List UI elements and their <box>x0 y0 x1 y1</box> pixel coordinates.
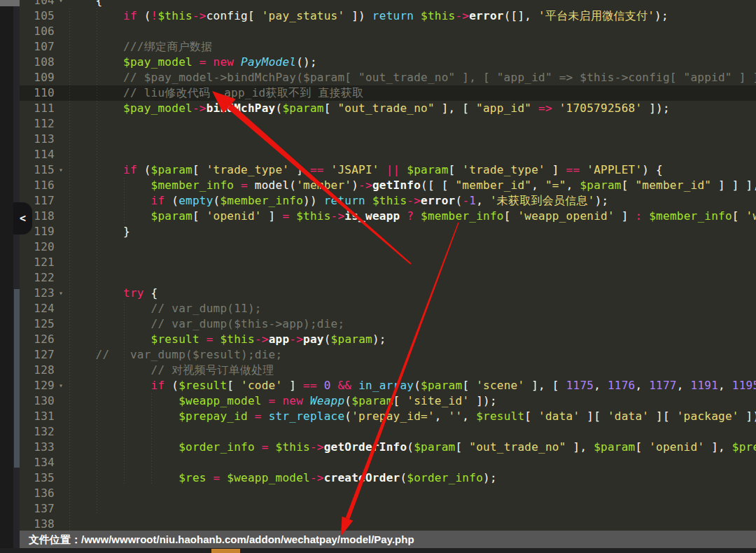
code-line[interactable]: 119 } <box>0 224 756 239</box>
code-text: { <box>68 0 102 8</box>
code-line[interactable]: 129▾ if ($result[ 'code' ] == 0 && in_ar… <box>0 378 756 393</box>
file-location-label: 文件位置： <box>29 533 81 545</box>
code-editor-screen: { "statusbar": { "label": "文件位置：", "path… <box>0 0 756 553</box>
code-lines-container: 104▾ {105 if (!$this->config[ 'pay_statu… <box>0 0 756 532</box>
code-text: $member_info = model('member')->getInfo(… <box>68 178 756 193</box>
code-line[interactable]: 115▾ if ($param[ 'trade_type' ] == 'JSAP… <box>0 162 756 178</box>
window-bottom-edge <box>0 548 756 553</box>
line-number: 111 <box>20 101 55 116</box>
code-text: // var_dump($result);die; <box>68 347 282 363</box>
code-line[interactable]: 120 <box>0 239 756 255</box>
line-number: 133 <box>20 440 55 455</box>
code-text: // $pay_model->bindMchPay($param[ "out_t… <box>68 70 756 85</box>
line-number: 138 <box>20 517 55 532</box>
code-line[interactable]: 106 <box>0 24 756 39</box>
code-line[interactable]: 134 <box>0 455 756 470</box>
code-line[interactable]: 125 // var_dump($this->app);die; <box>0 316 756 332</box>
line-number: 135 <box>20 470 55 486</box>
line-number: 129 <box>20 378 55 393</box>
line-number: 120 <box>20 239 55 255</box>
code-line[interactable]: 123▾ try { <box>0 286 756 301</box>
code-line[interactable]: 127 // var_dump($result);die; <box>0 347 756 363</box>
code-text: if (!$this->config[ 'pay_status' ]) retu… <box>68 8 668 24</box>
code-text: $result = $this->app->pay($param); <box>68 332 386 347</box>
code-line[interactable]: 107 ///绑定商户数据 <box>0 39 756 55</box>
code-line[interactable]: 135 $res = $weapp_model->createOrder($or… <box>0 470 756 486</box>
code-text: $weapp_model = new Weapp($param[ 'site_i… <box>68 393 497 409</box>
line-number: 112 <box>20 116 55 132</box>
line-number: 134 <box>20 455 55 470</box>
code-line[interactable]: 124 // var_dump(11); <box>0 301 756 316</box>
status-bar: 文件位置：/www/wwwroot/niu.haohanb.com/addon/… <box>20 531 756 548</box>
line-number: 109 <box>20 70 55 85</box>
chevron-left-icon: < <box>20 212 26 225</box>
code-line[interactable]: 136 <box>0 486 756 501</box>
code-text: $order_info = $this->getOrderInfo($param… <box>68 440 756 455</box>
code-line[interactable]: 121 <box>0 255 756 270</box>
line-number: 108 <box>20 55 55 70</box>
line-number: 126 <box>20 332 55 347</box>
sidebar-scrollbar-top-cap <box>0 0 20 6</box>
line-number: 131 <box>20 409 55 424</box>
code-line[interactable]: 122 <box>0 270 756 286</box>
code-text: if ($param[ 'trade_type' ] == 'JSAPI' ||… <box>68 162 663 178</box>
code-line[interactable]: 133 $order_info = $this->getOrderInfo($p… <box>0 440 756 455</box>
line-number: 123 <box>20 286 55 301</box>
fold-arrow-icon[interactable]: ▾ <box>59 162 63 178</box>
code-text: if (empty($member_info)) return $this->e… <box>68 193 608 209</box>
code-line[interactable]: 132 <box>0 424 756 440</box>
code-text: try { <box>68 286 158 301</box>
file-location-path: /www/wwwroot/niu.haohanb.com/addon/wecha… <box>81 533 414 545</box>
code-line[interactable]: 117 if (empty($member_info)) return $thi… <box>0 193 756 209</box>
collapsed-file-tree-sidebar <box>0 0 13 548</box>
code-line[interactable]: 109 // $pay_model->bindMchPay($param[ "o… <box>0 70 756 85</box>
code-line[interactable]: 126 $result = $this->app->pay($param); <box>0 332 756 347</box>
code-line[interactable]: 104▾ { <box>0 0 756 8</box>
fold-arrow-icon[interactable]: ▾ <box>59 0 63 8</box>
sidebar-collapse-button[interactable]: < <box>13 202 32 234</box>
line-number: 115 <box>20 162 55 178</box>
line-number: 116 <box>20 178 55 193</box>
code-text: $prepay_id = str_replace('prepay_id=', '… <box>68 409 756 424</box>
code-text: // var_dump($this->app);die; <box>68 316 344 332</box>
code-line[interactable]: 113 <box>0 132 756 147</box>
line-number: 136 <box>20 486 55 501</box>
line-number: 107 <box>20 39 55 55</box>
line-number: 110 <box>20 85 55 101</box>
fold-arrow-icon[interactable]: ▾ <box>59 378 63 393</box>
code-line[interactable]: 114 <box>0 147 756 162</box>
code-line[interactable]: 118 $param[ 'openid' ] = $this->is_weapp… <box>0 209 756 224</box>
code-line[interactable]: 110 // liu修改代码 app_id获取不到 直接获取 <box>0 85 756 101</box>
code-line[interactable]: 105 if (!$this->config[ 'pay_status' ]) … <box>0 8 756 24</box>
line-number: 130 <box>20 393 55 409</box>
line-number: 122 <box>20 270 55 286</box>
line-number: 113 <box>20 132 55 147</box>
code-line[interactable]: 108 $pay_model = new PayModel(); <box>0 55 756 70</box>
code-text: // liu修改代码 app_id获取不到 直接获取 <box>68 85 363 101</box>
code-line[interactable]: 137 <box>0 501 756 517</box>
code-text: } <box>68 224 130 239</box>
line-number: 132 <box>20 424 55 440</box>
code-line[interactable]: 138 <box>0 517 756 532</box>
taskbar-accent <box>211 549 240 553</box>
code-line[interactable]: 128 // 对视频号订单做处理 <box>0 363 756 378</box>
code-line[interactable]: 112 <box>0 116 756 132</box>
indent-guide <box>124 301 125 486</box>
line-number: 114 <box>20 147 55 162</box>
line-number: 124 <box>20 301 55 316</box>
line-number: 106 <box>20 24 55 39</box>
code-line[interactable]: 111 $pay_model->bindMchPay($param[ "out_… <box>0 101 756 116</box>
indent-guide <box>151 393 152 486</box>
code-editor[interactable]: 104▾ {105 if (!$this->config[ 'pay_statu… <box>0 0 756 553</box>
code-line[interactable]: 130 $weapp_model = new Weapp($param[ 'si… <box>0 393 756 409</box>
indent-guide <box>97 8 97 515</box>
sidebar-scrollbar-thumb[interactable] <box>14 289 20 468</box>
code-line[interactable]: 131 $prepay_id = str_replace('prepay_id=… <box>0 409 756 424</box>
code-text: $param[ 'openid' ] = $this->is_weapp ? $… <box>68 209 756 224</box>
fold-arrow-icon[interactable]: ▾ <box>59 286 63 301</box>
code-line[interactable]: 116 $member_info = model('member')->getI… <box>0 178 756 193</box>
line-number: 104 <box>20 0 55 8</box>
code-text: $pay_model->bindMchPay($param[ "out_trad… <box>68 101 670 116</box>
indent-guide <box>124 178 125 224</box>
line-number: 121 <box>20 255 55 270</box>
